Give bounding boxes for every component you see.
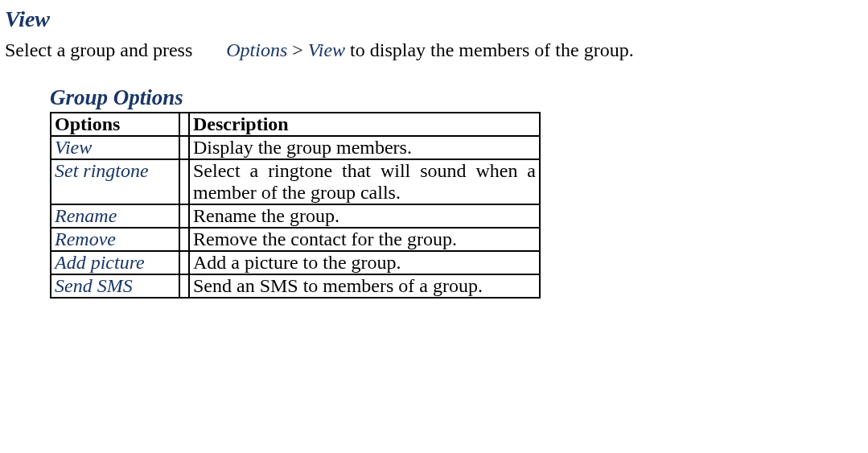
table-header-row: Options Description — [51, 113, 540, 136]
option-name: View — [51, 136, 179, 159]
intro-suffix-text: to display the members of the group. — [350, 39, 634, 60]
option-description: Add a picture to the group. — [189, 251, 540, 274]
menu-path-view: View — [308, 39, 345, 60]
table-spacer — [179, 251, 189, 274]
option-name: Remove — [51, 228, 179, 251]
table-row: Send SMS Send an SMS to members of a gro… — [51, 274, 540, 298]
table-spacer — [179, 274, 189, 298]
table-spacer — [179, 113, 189, 136]
option-name: Send SMS — [51, 274, 179, 298]
header-description: Description — [189, 113, 540, 136]
option-description: Select a ringtone that will sound when a… — [189, 159, 540, 204]
table-spacer — [179, 204, 189, 228]
intro-text: Select a group and press Options > View … — [5, 37, 868, 64]
option-name: Set ringtone — [51, 159, 179, 204]
option-description: Remove the contact for the group. — [189, 228, 540, 251]
table-row: Add picture Add a picture to the group. — [51, 251, 540, 274]
option-description: Display the group members. — [189, 136, 540, 159]
intro-prefix: Select a group and press — [5, 39, 197, 60]
group-options-table: Options Description View Display the gro… — [50, 112, 541, 299]
table-spacer — [179, 228, 189, 251]
header-options: Options — [51, 113, 179, 136]
table-row: View Display the group members. — [51, 136, 540, 159]
table-row: Rename Rename the group. — [51, 204, 540, 228]
option-description: Send an SMS to members of a group. — [189, 274, 540, 298]
table-spacer — [179, 136, 189, 159]
table-row: Set ringtone Select a ringtone that will… — [51, 159, 540, 204]
section-heading-view: View — [5, 6, 868, 32]
table-row: Remove Remove the contact for the group. — [51, 228, 540, 251]
option-name: Add picture — [51, 251, 179, 274]
option-description: Rename the group. — [189, 204, 540, 228]
table-spacer — [179, 159, 189, 204]
option-name: Rename — [51, 204, 179, 228]
section-heading-group-options: Group Options — [50, 85, 541, 110]
breadcrumb-separator: > — [292, 39, 308, 60]
menu-path-options: Options — [226, 39, 287, 60]
